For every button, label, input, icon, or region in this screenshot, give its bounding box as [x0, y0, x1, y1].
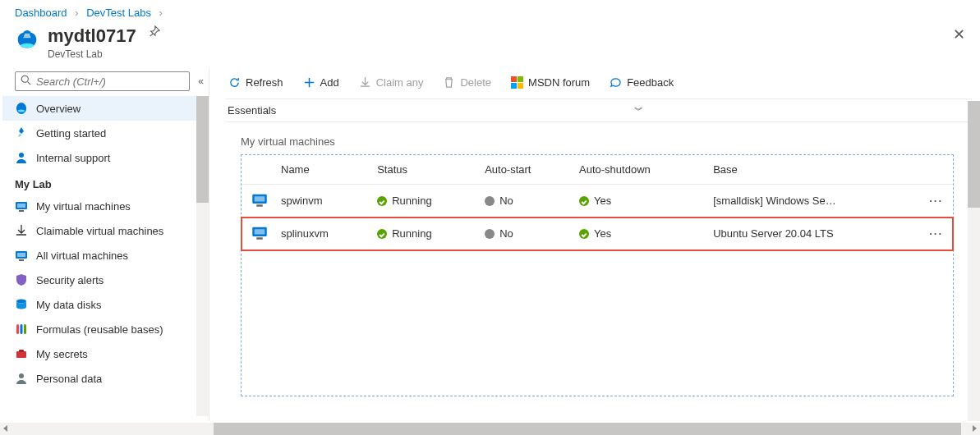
- svg-point-17: [19, 373, 24, 378]
- sidebar-item-my-vms[interactable]: My virtual machines: [2, 194, 209, 218]
- status-on-icon: [579, 229, 589, 239]
- svg-point-3: [18, 110, 25, 112]
- msdn-button[interactable]: MSDN forum: [508, 75, 592, 90]
- breadcrumb-devtestlabs[interactable]: DevTest Labs: [86, 7, 151, 19]
- person-icon: [15, 151, 28, 164]
- horizontal-scrollbar[interactable]: [0, 423, 980, 435]
- svg-rect-19: [255, 196, 265, 201]
- page-title: mydtl0717: [48, 25, 136, 47]
- svg-point-11: [16, 300, 26, 304]
- sidebar-item-label: My secrets: [36, 348, 88, 360]
- flask-icon: [15, 102, 28, 115]
- vm-icon: [15, 199, 28, 213]
- chevron-down-double-icon[interactable]: ︾: [634, 104, 970, 117]
- cell-autostart: No: [478, 218, 573, 250]
- vm-icon: [251, 198, 268, 210]
- sidebar-item-label: All virtual machines: [36, 250, 128, 262]
- sidebar-scrollbar[interactable]: [196, 96, 209, 416]
- svg-rect-6: [17, 204, 25, 208]
- toolbar: Refresh Add Claim any Delete MSDN forum …: [226, 68, 972, 99]
- content-pane: Refresh Add Claim any Delete MSDN forum …: [209, 68, 980, 421]
- svg-rect-10: [19, 259, 24, 261]
- cell-autoshutdown: Yes: [573, 185, 706, 218]
- cell-status: Running: [370, 218, 478, 250]
- sidebar-item-label: Security alerts: [36, 274, 104, 286]
- svg-rect-22: [255, 229, 265, 234]
- cell-name: spwinvm: [274, 185, 370, 218]
- sidebar-section-mylab: My Lab: [2, 170, 209, 194]
- feedback-button[interactable]: Feedback: [607, 75, 676, 90]
- col-base[interactable]: Base: [706, 155, 922, 185]
- feedback-label: Feedback: [627, 76, 674, 89]
- claim-button: Claim any: [357, 75, 426, 90]
- refresh-button[interactable]: Refresh: [226, 75, 286, 90]
- search-icon: [21, 75, 31, 88]
- svg-point-4: [19, 153, 24, 158]
- close-icon[interactable]: ✕: [953, 25, 965, 44]
- table-row[interactable]: splinuxvm Running No Yes Ubuntu Server 2…: [242, 218, 953, 250]
- sidebar-item-data-disks[interactable]: My data disks: [2, 292, 209, 317]
- status-running-icon: [377, 229, 387, 239]
- table-row[interactable]: spwinvm Running No Yes [smalldisk] Windo…: [242, 185, 953, 218]
- sidebar-item-label: Personal data: [36, 373, 102, 385]
- breadcrumb: Dashboard › DevTest Labs ›: [0, 0, 980, 22]
- vm-section-title: My virtual machines: [226, 122, 972, 154]
- sidebar-item-claimable-vms[interactable]: Claimable virtual machines: [2, 218, 209, 243]
- sidebar-item-label: Overview: [36, 103, 81, 115]
- claim-label: Claim any: [376, 76, 424, 89]
- svg-point-0: [21, 44, 35, 48]
- content-scrollbar[interactable]: [968, 101, 980, 421]
- search-input[interactable]: [15, 71, 190, 91]
- cell-status: Running: [370, 185, 478, 218]
- status-off-icon: [485, 196, 495, 206]
- sidebar-item-overview[interactable]: Overview: [2, 96, 209, 121]
- essentials-label: Essentials: [228, 104, 276, 117]
- delete-button: Delete: [440, 75, 494, 90]
- shield-icon: [15, 273, 28, 286]
- page-subtitle: DevTest Lab: [48, 48, 160, 60]
- sidebar-item-label: Getting started: [36, 127, 106, 140]
- svg-rect-14: [24, 324, 26, 334]
- vm-icon: [15, 249, 28, 262]
- sidebar-item-label: Internal support: [36, 152, 110, 164]
- svg-point-1: [21, 76, 28, 82]
- collapse-sidebar-icon[interactable]: «: [198, 76, 204, 87]
- col-autoshutdown[interactable]: Auto-shutdown: [573, 155, 706, 185]
- svg-rect-9: [17, 253, 25, 257]
- breadcrumb-dashboard[interactable]: Dashboard: [15, 7, 67, 19]
- sidebar-item-formulas[interactable]: Formulas (reusable bases): [2, 317, 209, 341]
- sidebar-item-label: My virtual machines: [36, 200, 131, 213]
- add-button[interactable]: Add: [301, 75, 342, 90]
- sidebar-item-internal-support[interactable]: Internal support: [2, 145, 209, 170]
- sidebar-item-all-vms[interactable]: All virtual machines: [2, 243, 209, 268]
- sidebar-item-getting-started[interactable]: Getting started: [2, 121, 209, 145]
- delete-label: Delete: [460, 76, 491, 89]
- svg-line-2: [28, 82, 31, 85]
- pin-icon[interactable]: [149, 25, 160, 39]
- sidebar-item-label: Claimable virtual machines: [36, 225, 163, 237]
- page-header: mydtl0717 DevTest Lab ✕: [0, 22, 980, 68]
- vm-table-container: Name Status Auto-start Auto-shutdown Bas…: [241, 154, 954, 396]
- vm-icon: [251, 231, 268, 243]
- col-status[interactable]: Status: [370, 155, 478, 185]
- test-tubes-icon: [15, 323, 28, 336]
- sidebar-item-personal-data[interactable]: Personal data: [2, 366, 209, 391]
- svg-rect-13: [21, 324, 23, 334]
- chevron-right-icon: ›: [159, 7, 163, 19]
- col-autostart[interactable]: Auto-start: [478, 155, 573, 185]
- col-name[interactable]: Name: [274, 155, 370, 185]
- svg-rect-7: [19, 210, 24, 212]
- sidebar-item-label: Formulas (reusable bases): [36, 323, 163, 336]
- cell-base: [smalldisk] Windows Se…: [706, 185, 922, 218]
- chevron-right-icon: ›: [75, 7, 78, 19]
- svg-rect-23: [256, 237, 263, 240]
- status-running-icon: [377, 196, 387, 206]
- sidebar-item-label: My data disks: [36, 299, 101, 311]
- row-actions-button[interactable]: ···: [922, 185, 953, 218]
- row-actions-button[interactable]: ···: [922, 218, 953, 250]
- sidebar-item-secrets[interactable]: My secrets: [2, 341, 209, 366]
- lab-flask-icon: [15, 29, 39, 53]
- essentials-bar[interactable]: Essentials ︾: [226, 99, 972, 122]
- sidebar-item-security-alerts[interactable]: Security alerts: [2, 268, 209, 292]
- search-field[interactable]: [36, 76, 184, 88]
